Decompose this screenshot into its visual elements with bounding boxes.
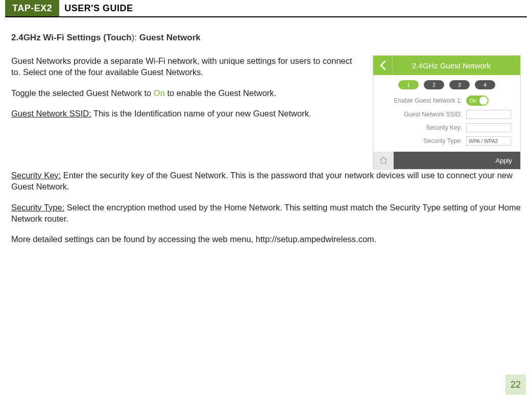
- type-select[interactable]: WPA / WPA2: [466, 136, 511, 146]
- page-number: 22: [505, 374, 526, 395]
- tab-1[interactable]: 1: [398, 80, 419, 89]
- type-label: Security Type:: [378, 137, 466, 145]
- chevron-left-icon: [380, 61, 386, 70]
- home-icon: [379, 156, 388, 164]
- section-title: 2.4GHz Wi-Fi Settings (Touch): Guest Net…: [11, 33, 521, 43]
- paragraph-ssid: Guest Network SSID: This is the Identifi…: [11, 108, 364, 119]
- product-badge: TAP-EX2: [5, 0, 59, 16]
- apply-button[interactable]: Apply: [394, 152, 520, 169]
- tab-3[interactable]: 3: [449, 80, 470, 89]
- ssid-label: Guest Network SSID:: [378, 111, 466, 118]
- paragraph-intro: Guest Networks provide a separate Wi-Fi …: [11, 55, 364, 78]
- tab-2[interactable]: 2: [424, 80, 444, 89]
- key-label: Security Key:: [378, 124, 466, 131]
- ssid-input[interactable]: [466, 110, 511, 119]
- enable-toggle[interactable]: On: [466, 96, 489, 106]
- phone-screenshot: 2.4GHz Guest Network 1 2 3 4 Enable Gues…: [373, 55, 521, 170]
- key-input[interactable]: [466, 123, 511, 132]
- enable-label: Enable Guest Network 1:: [378, 97, 466, 104]
- phone-header: 2.4GHz Guest Network: [373, 56, 520, 75]
- paragraph-toggle: Toggle the selected Guest Network to On …: [11, 87, 364, 99]
- page-header: TAP-EX2 USER'S GUIDE: [5, 0, 527, 17]
- paragraph-security-key: Security Key: Enter the security key of …: [11, 170, 521, 193]
- guest-network-tabs: 1 2 3 4: [373, 75, 520, 93]
- tab-4[interactable]: 4: [475, 80, 495, 89]
- paragraph-security-type: Security Type: Select the encryption met…: [11, 202, 521, 225]
- toggle-knob: [479, 97, 488, 105]
- back-button[interactable]: [373, 56, 393, 75]
- phone-header-title: 2.4GHz Guest Network: [393, 61, 520, 70]
- paragraph-more-info: More detailed settings can be found by a…: [11, 233, 521, 245]
- home-button[interactable]: [373, 152, 394, 169]
- guide-title: USER'S GUIDE: [59, 0, 133, 16]
